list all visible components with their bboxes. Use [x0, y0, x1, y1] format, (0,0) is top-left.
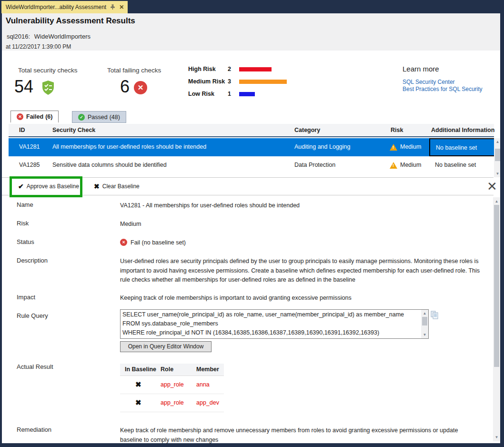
- medium-risk-bar: [239, 80, 287, 84]
- query-line-2: FROM sys.database_role_members: [122, 319, 414, 329]
- failing-checks-value: 6: [120, 78, 130, 95]
- x-icon: ✖: [94, 183, 100, 190]
- impact-value: Keeping track of role memberships is imp…: [120, 294, 483, 303]
- result-row-anna: ✖ app_role anna: [120, 376, 224, 394]
- medium-risk-label: Medium Risk: [188, 78, 225, 85]
- col-risk[interactable]: Risk: [391, 127, 403, 133]
- clear-label: Clear Baseline: [102, 183, 140, 190]
- pin-icon[interactable]: [110, 4, 115, 10]
- impact-label: Impact: [17, 294, 35, 301]
- grid-row-va1285[interactable]: VA1285 Sensitive data columns should be …: [9, 156, 494, 174]
- risk-value: Medium: [120, 220, 141, 229]
- scroll-down-icon[interactable]: ▼: [493, 435, 500, 439]
- tab-passed[interactable]: ✓ Passed (48): [72, 111, 126, 123]
- query-scrollbar[interactable]: ▲ ▼: [421, 310, 428, 338]
- remediation-value: Keep track of role membership and remove…: [120, 426, 475, 443]
- details-scrollbar-thumb[interactable]: [494, 205, 499, 367]
- warning-triangle-icon: [390, 162, 397, 170]
- col-role: Role: [161, 366, 173, 373]
- medium-risk-row: Medium Risk 3: [188, 78, 293, 85]
- row-id: VA1285: [19, 162, 40, 168]
- rule-query-label: Rule Query: [17, 312, 48, 319]
- failed-tab-count: (6): [45, 113, 52, 120]
- remediation-label: Remediation: [17, 426, 51, 433]
- query-line-3: WHERE role_principal_id NOT IN (16384,16…: [122, 328, 414, 338]
- low-risk-label: Low Risk: [188, 91, 214, 97]
- link-best-practices[interactable]: Best Practices for SQL Security: [403, 86, 483, 92]
- col-security-check[interactable]: Security Check: [52, 127, 95, 133]
- high-risk-label: High Risk: [188, 66, 216, 72]
- medium-risk-count: 3: [228, 78, 231, 85]
- low-risk-row: Low Risk 1: [188, 91, 293, 97]
- member-value: app_dev: [196, 399, 219, 406]
- passed-tab-count: (48): [110, 114, 120, 121]
- name-label: Name: [17, 201, 33, 208]
- row-category: Auditing and Logging: [294, 143, 350, 150]
- database-name: WideWorldImporters: [34, 33, 91, 40]
- high-risk-bar: [239, 67, 272, 71]
- server-database: sql2016: WideWorldImporters: [7, 33, 91, 40]
- failed-tab-icon: ✕: [17, 113, 23, 120]
- baseline-info-cell[interactable]: No baseline set: [429, 138, 499, 156]
- col-category[interactable]: Category: [294, 127, 320, 133]
- total-checks-label: Total security checks: [18, 67, 78, 74]
- actual-result-header: In Baseline Role Member: [120, 364, 224, 376]
- row-check: Sensitive data columns should be identif…: [52, 162, 167, 168]
- grid-row-va1281[interactable]: VA1281 All memberships for user-defined …: [9, 138, 494, 156]
- approve-as-baseline-button[interactable]: ✔ Approve as Baseline: [18, 183, 79, 190]
- row-info: No baseline set: [435, 162, 476, 168]
- col-id[interactable]: ID: [19, 127, 25, 133]
- scroll-down-icon[interactable]: ▼: [421, 333, 428, 337]
- failing-checks-label: Total failing checks: [107, 67, 161, 74]
- member-value: anna: [196, 381, 210, 388]
- link-sql-security-center[interactable]: SQL Security Center: [403, 79, 455, 85]
- description-label: Description: [17, 257, 48, 264]
- row-risk: Medium: [400, 143, 421, 150]
- scroll-up-icon[interactable]: ▲: [494, 140, 500, 144]
- grid-scrollbar-thumb[interactable]: [495, 149, 500, 161]
- details-close-icon[interactable]: ✕: [487, 177, 497, 195]
- tab-failed[interactable]: ✕ Failed (6): [10, 111, 59, 122]
- warning-triangle-icon: [390, 144, 397, 152]
- shield-check-icon: [41, 80, 55, 97]
- rule-query-box[interactable]: SELECT user_name(role_principal_id) as r…: [120, 309, 429, 339]
- row-risk: Medium: [400, 162, 421, 168]
- name-value: VA1281 - All memberships for user-define…: [120, 201, 300, 211]
- tab-close-icon[interactable]: ✕: [119, 4, 124, 10]
- grid-header: ID Security Check Category Risk Addition…: [9, 124, 494, 137]
- server-label: sql2016:: [7, 33, 30, 40]
- vulnerability-assessment-window: WideWorldImporter...ability Assessment ✕…: [0, 0, 504, 447]
- document-tab[interactable]: WideWorldImporter...ability Assessment ✕: [1, 1, 128, 13]
- check-icon: ✔: [18, 183, 24, 190]
- scroll-down-icon[interactable]: ▼: [494, 172, 500, 176]
- fail-status-icon: ✕: [120, 239, 127, 246]
- role-value: app_role: [161, 381, 184, 388]
- description-value: User-defined roles are security principa…: [120, 257, 483, 285]
- learn-more-title: Learn more: [403, 65, 439, 73]
- row-id: VA1281: [19, 143, 40, 150]
- passed-tab-icon: ✓: [78, 114, 85, 121]
- document-tab-title: WideWorldImporter...ability Assessment: [6, 4, 106, 10]
- col-additional-info[interactable]: Additional Information: [431, 127, 494, 133]
- result-row-app-dev: ✖ app_role app_dev: [120, 394, 224, 412]
- grid-scrollbar[interactable]: ▲ ▼: [494, 138, 500, 177]
- low-risk-count: 1: [228, 91, 231, 97]
- scroll-up-icon[interactable]: ▲: [493, 199, 500, 203]
- scroll-up-icon[interactable]: ▲: [421, 311, 428, 315]
- col-member: Member: [196, 366, 219, 373]
- details-scrollbar[interactable]: ▲ ▼: [493, 197, 500, 441]
- clear-baseline-button[interactable]: ✖ Clear Baseline: [94, 183, 140, 190]
- failed-tab-label: Failed: [26, 113, 43, 120]
- fail-circle-icon: ✕: [134, 81, 147, 94]
- query-scrollbar-thumb[interactable]: [422, 317, 427, 325]
- low-risk-bar: [239, 92, 255, 96]
- row-check: All memberships for user-defined roles s…: [52, 143, 206, 150]
- row-info: No baseline set: [436, 144, 477, 151]
- actual-result-table: In Baseline Role Member ✖ app_role anna …: [120, 364, 224, 412]
- risk-label: Risk: [17, 220, 29, 227]
- scan-timestamp: at 11/22/2017 1:39:00 PM: [6, 43, 71, 50]
- not-in-baseline-icon: ✖: [135, 380, 141, 389]
- open-in-query-editor-button[interactable]: Open in Query Editor Window: [120, 341, 212, 352]
- copy-icon[interactable]: [431, 311, 439, 321]
- page-title: Vulnerability Assessment Results: [6, 16, 135, 26]
